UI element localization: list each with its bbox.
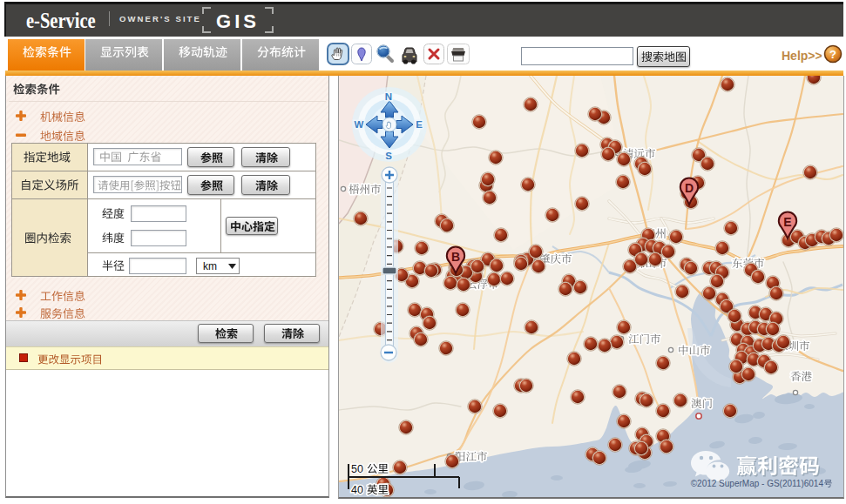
svg-text:GIS: GIS xyxy=(216,10,260,32)
svg-text:?: ? xyxy=(829,48,836,61)
